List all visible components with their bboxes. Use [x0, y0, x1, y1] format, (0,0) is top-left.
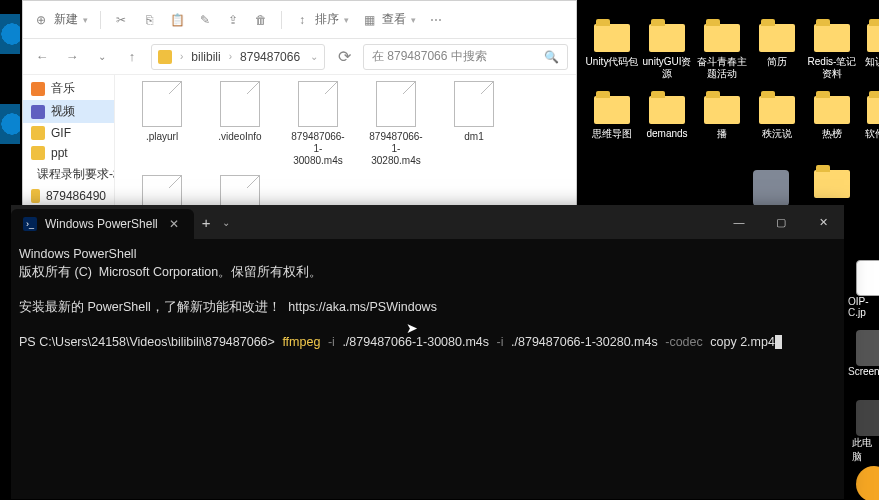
cut-icon[interactable]: ✂ [113, 12, 129, 28]
recent-button[interactable]: ⌄ [91, 46, 113, 68]
folder-icon [814, 24, 850, 52]
more-icon[interactable]: ⋯ [428, 12, 444, 28]
tab-powershell[interactable]: ›_ Windows PowerShell ✕ [11, 209, 194, 239]
forward-button[interactable]: → [61, 46, 83, 68]
sidebar-item-label: 879486490 [46, 189, 106, 203]
file-item[interactable]: .videoInfo [211, 81, 269, 167]
desktop-folder[interactable]: Redis-笔记资料 [805, 24, 859, 80]
close-button[interactable]: ✕ [802, 205, 844, 239]
sort-icon: ↕ [294, 12, 310, 28]
terminal-text: 版权所有 (C) Microsoft Corporation。保留所有权利。 [19, 265, 322, 279]
copy-icon[interactable]: ⎘ [141, 12, 157, 28]
app-icon[interactable] [856, 466, 879, 500]
breadcrumb-part[interactable]: bilibili [191, 50, 220, 64]
new-tab-button[interactable]: + [194, 205, 219, 239]
this-pc-icon[interactable] [856, 400, 879, 436]
folder-label: Redis-笔记资料 [805, 56, 859, 80]
new-button[interactable]: ⊕ 新建 ▾ [33, 11, 88, 28]
desktop-folder[interactable]: 奋斗青春主题活动 [695, 24, 749, 80]
maximize-button[interactable]: ▢ [760, 205, 802, 239]
folder-icon [867, 24, 879, 52]
gear-icon[interactable] [753, 170, 789, 206]
file-explorer-window: ⊕ 新建 ▾ ✂ ⎘ 📋 ✎ ⇪ 🗑 ↕ 排序 ▾ ▦ 查看 ▾ ⋯ ← → ⌄… [22, 0, 577, 206]
view-button[interactable]: ▦ 查看 ▾ [361, 11, 416, 28]
breadcrumb[interactable]: › bilibili › 879487066 ⌄ [151, 44, 325, 70]
edge-browser-icon[interactable] [0, 14, 20, 54]
tab-dropdown[interactable]: ⌄ [218, 205, 234, 239]
sidebar-item[interactable]: ppt [23, 143, 114, 163]
edge-browser-icon-2[interactable] [0, 104, 20, 144]
folder-icon [649, 24, 685, 52]
sort-button[interactable]: ↕ 排序 ▾ [294, 11, 349, 28]
flag: -i [497, 335, 504, 349]
desktop-folder[interactable]: 思维导图 [585, 96, 639, 140]
file-item[interactable]: 879487066-1-30280.m4s [367, 81, 425, 167]
sidebar-item[interactable]: GIF [23, 123, 114, 143]
desktop-folder[interactable]: 秩沅说 [750, 96, 804, 140]
sidebar-item-label: GIF [51, 126, 71, 140]
desktop-folder[interactable]: 热榜 [805, 96, 859, 140]
folder-icon [31, 146, 45, 160]
folder-icon [31, 189, 40, 203]
sidebar-item[interactable]: 课程录制要求-杨 [23, 163, 114, 186]
file-icon [220, 81, 260, 127]
desktop-folder[interactable]: 简历 [750, 24, 804, 68]
folder-label: Unity代码包 [586, 56, 639, 68]
folder-label: 热榜 [822, 128, 842, 140]
file-icon [454, 81, 494, 127]
screen-tool-icon[interactable] [856, 330, 879, 366]
refresh-button[interactable]: ⟳ [333, 46, 355, 68]
desktop-folder[interactable]: 软件设计 [858, 96, 879, 140]
sidebar-item[interactable]: 音乐 [23, 77, 114, 100]
terminal-link: https://aka.ms/PSWindows [288, 300, 437, 314]
sidebar-item[interactable]: 879486490 [23, 186, 114, 205]
desktop-folder[interactable]: demands [640, 96, 694, 140]
explorer-sidebar: 音乐视频GIFppt课程录制要求-杨879486490 [23, 75, 115, 205]
file-icon [142, 175, 182, 205]
close-tab-button[interactable]: ✕ [166, 217, 182, 231]
folder-label: 秩沅说 [762, 128, 792, 140]
desktop-folder[interactable]: 播 [695, 96, 749, 140]
minimize-button[interactable]: — [718, 205, 760, 239]
back-button[interactable]: ← [31, 46, 53, 68]
delete-icon[interactable]: 🗑 [253, 12, 269, 28]
folder-icon [867, 96, 879, 124]
file-item[interactable]: .playurl [133, 81, 191, 167]
folder-label: 思维导图 [592, 128, 632, 140]
rename-icon[interactable]: ✎ [197, 12, 213, 28]
file-item[interactable] [211, 175, 269, 205]
file-item[interactable]: 879487066-1-30080.m4s [289, 81, 347, 167]
share-icon[interactable]: ⇪ [225, 12, 241, 28]
desktop-folder[interactable] [805, 170, 859, 202]
desktop-folder[interactable]: 知识付费 [858, 24, 879, 68]
file-item[interactable]: dm1 [445, 81, 503, 167]
search-icon: 🔍 [544, 50, 559, 64]
file-item[interactable] [133, 175, 191, 205]
terminal-tabs: ›_ Windows PowerShell ✕ + ⌄ — ▢ ✕ [11, 205, 844, 239]
up-button[interactable]: ↑ [121, 46, 143, 68]
arg: ./879487066-1-30280.m4s [511, 335, 658, 349]
desktop-folder[interactable]: Unity代码包 [585, 24, 639, 68]
desktop-folder[interactable]: unityGUI资源 [640, 24, 694, 80]
terminal-body[interactable]: Windows PowerShell 版权所有 (C) Microsoft Co… [11, 239, 844, 499]
paste-icon[interactable]: 📋 [169, 12, 185, 28]
new-label: 新建 [54, 11, 78, 28]
file-name: .videoInfo [218, 131, 261, 143]
arg: ./879487066-1-30080.m4s [342, 335, 489, 349]
search-placeholder: 在 879487066 中搜索 [372, 48, 487, 65]
file-icon [220, 175, 260, 205]
breadcrumb-part[interactable]: 879487066 [240, 50, 300, 64]
folder-label: unityGUI资源 [640, 56, 694, 80]
folder-label: 播 [717, 128, 727, 140]
folder-icon [594, 96, 630, 124]
folder-label: 简历 [767, 56, 787, 68]
file-icon[interactable] [856, 260, 879, 296]
cursor [775, 335, 782, 349]
folder-icon [31, 105, 45, 119]
sidebar-item[interactable]: 视频 [23, 100, 114, 123]
search-input[interactable]: 在 879487066 中搜索 🔍 [363, 44, 568, 70]
folder-icon [158, 50, 172, 64]
explorer-navbar: ← → ⌄ ↑ › bilibili › 879487066 ⌄ ⟳ 在 879… [23, 39, 576, 75]
folder-icon [759, 24, 795, 52]
terminal-text: 安装最新的 PowerShell，了解新功能和改进！ [19, 300, 281, 314]
